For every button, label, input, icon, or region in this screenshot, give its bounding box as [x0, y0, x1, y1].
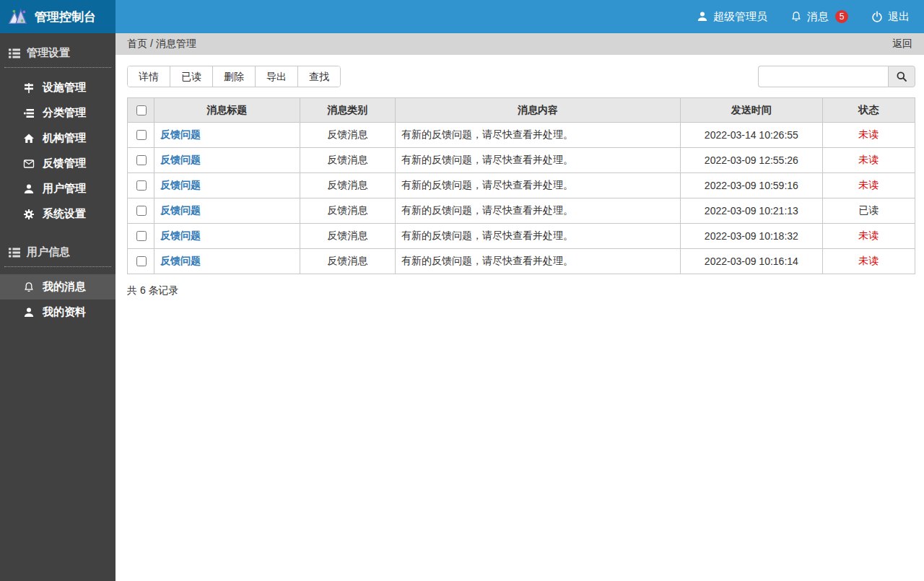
messages-table: 消息标题 消息类别 消息内容 发送时间 状态 反馈问题 反馈消息 有新的反馈问题…: [127, 97, 915, 274]
sidebar-item-label: 我的资料: [43, 305, 86, 319]
sidebar-section-title: 用户信息: [27, 245, 70, 259]
message-content: 有新的反馈问题，请尽快查看并处理。: [396, 224, 681, 249]
toolbar: 详情 已读 删除 导出 查找: [127, 66, 915, 87]
export-button[interactable]: 导出: [256, 66, 298, 87]
row-checkbox-cell: [128, 148, 154, 173]
search-input[interactable]: [758, 66, 888, 87]
row-checkbox[interactable]: [136, 180, 147, 191]
table-header-row: 消息标题 消息类别 消息内容 发送时间 状态: [128, 98, 915, 123]
sidebar-item-category-management[interactable]: 分类管理: [0, 100, 116, 126]
topbar-right: 超级管理员 消息 5 退出: [697, 0, 924, 33]
sidebar-item-label: 设施管理: [43, 81, 86, 95]
row-checkbox-cell: [128, 224, 154, 249]
breadcrumb: 首页 / 消息管理: [127, 38, 196, 51]
user-icon: [23, 183, 35, 195]
sidebar-section-admin-settings: 管理设置: [4, 36, 111, 68]
find-button[interactable]: 查找: [298, 66, 340, 87]
message-title-link[interactable]: 反馈问题: [160, 179, 201, 191]
record-count: 共 6 条记录: [127, 284, 915, 297]
sidebar-menu-user: 我的消息 我的资料: [0, 267, 116, 333]
search-button[interactable]: [888, 66, 915, 87]
message-status: 未读: [822, 173, 915, 198]
topbar: 管理控制台 超级管理员 消息 5: [0, 0, 924, 33]
sidebar-item-my-messages[interactable]: 我的消息: [0, 274, 116, 300]
sidebar-item-label: 我的消息: [43, 280, 86, 294]
row-checkbox-cell: [128, 198, 154, 224]
header-message-content: 消息内容: [396, 98, 681, 123]
sidebar-item-label: 系统设置: [43, 207, 86, 221]
back-link[interactable]: 返回: [892, 38, 912, 51]
sidebar-item-feedback-management[interactable]: 反馈管理: [0, 151, 116, 176]
current-user[interactable]: 超级管理员: [697, 10, 767, 24]
logout-label: 退出: [888, 10, 910, 24]
message-time: 2022-03-09 12:55:26: [681, 148, 823, 173]
delete-button[interactable]: 删除: [213, 66, 256, 87]
user-icon: [23, 307, 35, 318]
stream-icon: [23, 108, 35, 119]
message-title-link[interactable]: 反馈问题: [160, 255, 201, 266]
user-icon: [697, 11, 708, 22]
main: 首页 / 消息管理 返回 详情 已读 删除 导出 查找: [116, 33, 924, 581]
message-time: 2022-03-09 10:59:16: [681, 173, 823, 198]
table-row: 反馈问题 反馈消息 有新的反馈问题，请尽快查看并处理。 2022-03-09 1…: [128, 148, 915, 173]
row-checkbox[interactable]: [136, 206, 147, 216]
row-checkbox[interactable]: [136, 231, 147, 241]
message-content: 有新的反馈问题，请尽快查看并处理。: [396, 148, 681, 173]
message-content: 有新的反馈问题，请尽快查看并处理。: [396, 198, 681, 224]
home-icon: [23, 133, 35, 144]
message-time: 2022-03-09 10:21:13: [681, 198, 823, 224]
sidebar-item-organization-management[interactable]: 机构管理: [0, 126, 116, 151]
detail-button[interactable]: 详情: [128, 66, 170, 87]
sidebar-item-label: 机构管理: [43, 131, 86, 145]
signpost-icon: [23, 82, 35, 94]
sidebar-item-label: 用户管理: [43, 182, 86, 196]
sidebar-item-user-management[interactable]: 用户管理: [0, 176, 116, 201]
envelope-icon: [23, 158, 35, 170]
select-all-checkbox[interactable]: [136, 105, 147, 115]
search-icon: [896, 71, 907, 82]
app-logo-icon: [7, 6, 29, 27]
logout-button[interactable]: 退出: [871, 10, 910, 24]
table-row: 反馈问题 反馈消息 有新的反馈问题，请尽快查看并处理。 2022-03-09 1…: [128, 198, 915, 224]
message-title-link[interactable]: 反馈问题: [160, 204, 201, 216]
message-title-link[interactable]: 反馈问题: [160, 128, 201, 140]
row-checkbox[interactable]: [136, 130, 147, 140]
table-row: 反馈问题 反馈消息 有新的反馈问题，请尽快查看并处理。 2022-03-14 1…: [128, 123, 915, 148]
row-checkbox-cell: [128, 249, 154, 274]
row-checkbox-cell: [128, 123, 154, 148]
messages-button[interactable]: 消息 5: [790, 10, 848, 24]
table-row: 反馈问题 反馈消息 有新的反馈问题，请尽快查看并处理。 2022-03-09 1…: [128, 224, 915, 249]
sidebar-item-system-settings[interactable]: 系统设置: [0, 201, 116, 227]
sidebar-section-user-info: 用户信息: [4, 235, 111, 267]
message-title-link[interactable]: 反馈问题: [160, 230, 201, 241]
search-box: [758, 66, 915, 87]
message-status: 已读: [822, 198, 915, 224]
bell-icon: [790, 11, 802, 22]
row-checkbox[interactable]: [136, 256, 147, 266]
sidebar-item-label: 分类管理: [43, 106, 86, 120]
row-checkbox[interactable]: [136, 155, 147, 165]
list-icon: [9, 48, 20, 59]
messages-label: 消息: [807, 10, 829, 24]
sidebar-item-label: 反馈管理: [43, 157, 86, 170]
message-category: 反馈消息: [300, 123, 395, 148]
sidebar-item-facility-management[interactable]: 设施管理: [0, 75, 116, 100]
message-category: 反馈消息: [300, 198, 395, 224]
header-status: 状态: [822, 98, 915, 123]
message-title-link[interactable]: 反馈问题: [160, 154, 201, 165]
mark-read-button[interactable]: 已读: [170, 66, 213, 87]
action-button-group: 详情 已读 删除 导出 查找: [127, 66, 341, 87]
app-title: 管理控制台: [35, 9, 96, 25]
message-status: 未读: [822, 224, 915, 249]
message-content: 有新的反馈问题，请尽快查看并处理。: [396, 123, 681, 148]
message-category: 反馈消息: [300, 173, 395, 198]
current-user-label: 超级管理员: [713, 10, 767, 24]
power-icon: [871, 11, 883, 22]
list-icon: [9, 247, 20, 258]
sidebar-section-title: 管理设置: [27, 46, 70, 60]
header-send-time: 发送时间: [681, 98, 823, 123]
sidebar-item-my-profile[interactable]: 我的资料: [0, 300, 116, 325]
message-category: 反馈消息: [300, 224, 395, 249]
message-status: 未读: [822, 148, 915, 173]
row-checkbox-cell: [128, 173, 154, 198]
